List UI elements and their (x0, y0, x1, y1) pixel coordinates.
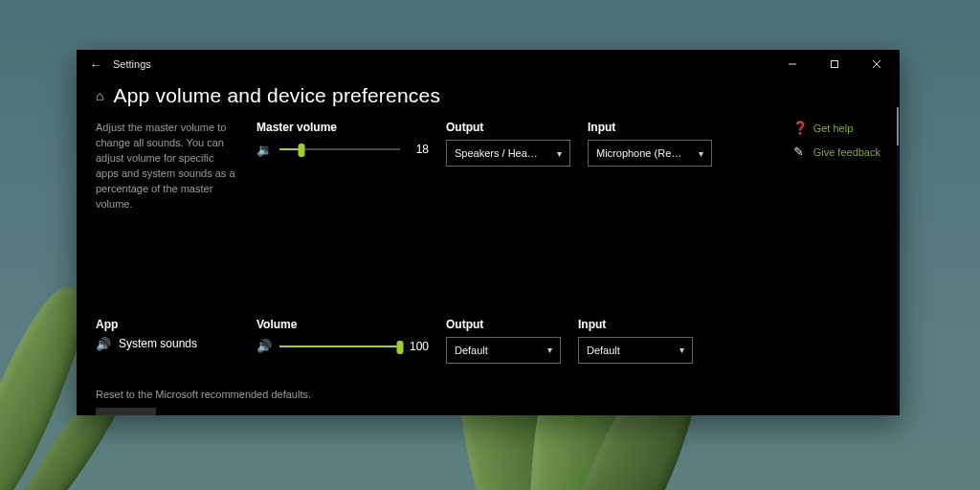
master-volume-label: Master volume (256, 121, 429, 134)
output-label: Output (446, 121, 570, 134)
output-device-dropdown[interactable]: Speakers / Headpho... ▾ (446, 140, 570, 167)
give-feedback-label: Give feedback (813, 146, 880, 158)
master-volume-slider[interactable] (279, 142, 400, 157)
chevron-down-icon: ▾ (679, 345, 684, 355)
maximize-icon (830, 59, 839, 69)
back-button[interactable]: ← (84, 57, 107, 72)
chevron-down-icon: ▾ (699, 148, 703, 159)
master-volume-value: 18 (408, 143, 429, 156)
chevron-down-icon: ▾ (557, 148, 562, 159)
give-feedback-link[interactable]: ✎ Give feedback (792, 145, 880, 159)
side-links: ❓ Get help ✎ Give feedback (792, 121, 880, 168)
speaker-icon: 🔉 (256, 143, 272, 157)
minimize-icon (788, 59, 797, 69)
minimize-button[interactable] (771, 50, 813, 78)
chevron-down-icon: ▾ (547, 345, 552, 355)
app-column-header: App (96, 318, 239, 331)
feedback-icon: ✎ (792, 145, 806, 159)
app-volume-slider[interactable] (279, 339, 400, 354)
close-button[interactable] (856, 50, 898, 78)
app-row-system-sounds: 🔊 System sounds (96, 337, 239, 351)
reset-description: Reset to the Microsoft recommended defau… (96, 389, 880, 400)
help-icon: ❓ (792, 121, 806, 135)
input-device-dropdown[interactable]: Microphone (Realte... ▾ (588, 140, 712, 167)
get-help-label: Get help (813, 122, 854, 134)
settings-window: ← Settings ⌂ App volume and device prefe… (77, 50, 900, 415)
output-device-value: Speakers / Headpho... (455, 147, 543, 159)
scrollbar[interactable] (897, 107, 899, 412)
speaker-icon: 🔊 (256, 339, 272, 353)
home-icon[interactable]: ⌂ (96, 88, 103, 103)
app-output-header: Output (446, 318, 561, 331)
svg-rect-1 (832, 61, 838, 68)
page-title: App volume and device preferences (113, 84, 440, 107)
app-output-dropdown[interactable]: Default ▾ (446, 337, 561, 364)
window-title: Settings (113, 58, 151, 70)
titlebar: ← Settings (77, 50, 900, 78)
close-icon (872, 59, 881, 69)
app-output-value: Default (455, 345, 488, 356)
app-volume-value: 100 (408, 340, 429, 353)
app-input-value: Default (587, 345, 620, 356)
input-device-value: Microphone (Realte... (596, 147, 684, 159)
app-input-header: Input (578, 318, 693, 331)
reset-button[interactable]: Reset (96, 408, 156, 415)
content-area: ⌂ App volume and device preferences Adju… (77, 78, 900, 415)
volume-column-header: Volume (256, 318, 429, 331)
maximize-button[interactable] (813, 50, 856, 78)
input-label: Input (588, 121, 712, 134)
app-name: System sounds (119, 337, 197, 350)
system-sounds-icon: 🔊 (96, 337, 111, 351)
app-input-dropdown[interactable]: Default ▾ (578, 337, 693, 364)
get-help-link[interactable]: ❓ Get help (792, 121, 880, 135)
page-description: Adjust the master volume to change all s… (96, 121, 239, 212)
